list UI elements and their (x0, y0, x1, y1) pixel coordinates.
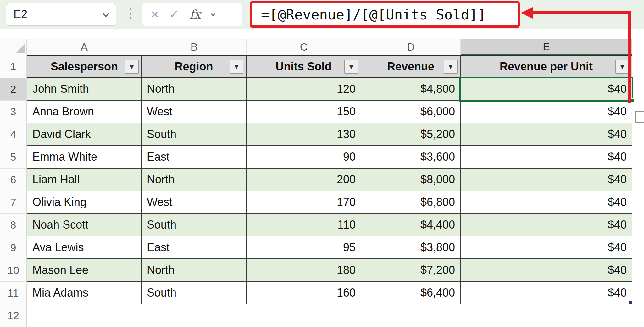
row-header-3[interactable]: 3 (0, 101, 27, 123)
cell[interactable]: Noah Scott (27, 214, 142, 236)
cell[interactable]: $6,000 (361, 101, 461, 123)
table-header-salesperson[interactable]: Salesperson ▾ (27, 55, 142, 78)
table-row: 7 Olivia King West 170 $6,800 $40 (0, 191, 644, 214)
row-header-6[interactable]: 6 (0, 169, 27, 191)
cell[interactable]: $6,800 (361, 191, 461, 214)
filter-button[interactable]: ▾ (125, 60, 139, 74)
cell[interactable]: Mason Lee (27, 259, 142, 282)
table-header-region[interactable]: Region ▾ (142, 55, 247, 78)
table-row: 2 John Smith North 120 $4,800 $40 (0, 78, 644, 101)
row-header-8[interactable]: 8 (0, 214, 27, 236)
row-header-4[interactable]: 4 (0, 123, 27, 146)
filter-button[interactable]: ▾ (444, 60, 458, 74)
fx-dropdown-chevron-icon[interactable] (211, 11, 216, 16)
chevron-down-icon[interactable] (103, 10, 110, 17)
row-header-10[interactable]: 10 (0, 259, 27, 282)
cell[interactable]: $40 (461, 282, 632, 304)
cell[interactable]: $40 (461, 236, 632, 259)
name-box[interactable]: E2 (6, 3, 116, 26)
row-header-5[interactable]: 5 (0, 146, 27, 169)
selected-cell-e2[interactable]: $40 (461, 78, 632, 101)
cell[interactable]: $40 (461, 214, 632, 236)
filter-button[interactable]: ▾ (615, 60, 629, 74)
cell[interactable]: $40 (461, 169, 632, 191)
filter-button[interactable]: ▾ (230, 60, 243, 74)
cell[interactable]: 130 (247, 123, 361, 146)
cell[interactable]: 170 (247, 191, 361, 214)
cell[interactable]: Anna Brown (27, 101, 142, 123)
empty-cells[interactable] (27, 304, 644, 327)
sheet-grid: A B C D E 1 Salesperson ▾ Region ▾ Units… (0, 39, 644, 327)
table-header-revenue-per-unit[interactable]: Revenue per Unit ▾ (461, 55, 632, 78)
row-header-9[interactable]: 9 (0, 236, 27, 259)
cell[interactable]: $3,800 (361, 236, 461, 259)
cell[interactable]: Olivia King (27, 191, 142, 214)
cell[interactable]: 200 (247, 169, 361, 191)
cell[interactable]: 160 (247, 282, 361, 304)
column-header-b[interactable]: B (142, 39, 247, 55)
column-header-e[interactable]: E (461, 39, 632, 55)
cell[interactable]: $4,800 (361, 78, 461, 101)
cell[interactable]: 90 (247, 146, 361, 169)
annotation-arrow-horizontal (532, 11, 631, 14)
cell[interactable]: Liam Hall (27, 169, 142, 191)
table-header-row: 1 Salesperson ▾ Region ▾ Units Sold ▾ Re… (0, 55, 644, 78)
table-row: 4 David Clark South 130 $5,200 $40 (0, 123, 644, 146)
autofill-options-button[interactable] (635, 111, 644, 123)
cell[interactable]: $8,000 (361, 169, 461, 191)
cell[interactable]: $40 (461, 146, 632, 169)
cell[interactable]: Ava Lewis (27, 236, 142, 259)
cell[interactable]: $4,400 (361, 214, 461, 236)
cell[interactable]: West (142, 191, 247, 214)
row-header-1[interactable]: 1 (0, 55, 27, 78)
cell[interactable]: Mia Adams (27, 282, 142, 304)
filter-button[interactable]: ▾ (344, 60, 358, 74)
cell[interactable]: John Smith (27, 78, 142, 101)
select-all-corner[interactable] (0, 39, 27, 55)
cell[interactable]: South (142, 282, 247, 304)
cancel-icon[interactable]: × (151, 8, 159, 21)
cell[interactable]: North (142, 259, 247, 282)
cell[interactable]: 150 (247, 101, 361, 123)
table-header-revenue[interactable]: Revenue ▾ (361, 55, 461, 78)
cell[interactable]: $40 (461, 101, 632, 123)
cell[interactable]: North (142, 169, 247, 191)
column-header-row: A B C D E (0, 39, 644, 55)
row-header-2[interactable]: 2 (0, 78, 27, 101)
cell[interactable]: David Clark (27, 123, 142, 146)
header-label: Salesperson (51, 60, 118, 73)
cell[interactable]: East (142, 146, 247, 169)
formula-buttons: × ✓ fx (142, 3, 242, 26)
insert-function-icon[interactable]: fx (190, 8, 201, 21)
column-header-a[interactable]: A (27, 39, 142, 55)
cell[interactable]: $7,200 (361, 259, 461, 282)
cell[interactable]: South (142, 123, 247, 146)
table-row: 9 Ava Lewis East 95 $3,800 $40 (0, 236, 644, 259)
table-header-units-sold[interactable]: Units Sold ▾ (247, 55, 361, 78)
cell[interactable]: 180 (247, 259, 361, 282)
formula-input[interactable]: =[@Revenue]/[@[Units Sold]] (261, 7, 486, 23)
cell[interactable]: South (142, 214, 247, 236)
cell[interactable]: North (142, 78, 247, 101)
cell[interactable]: 110 (247, 214, 361, 236)
cell[interactable]: $5,200 (361, 123, 461, 146)
table-resize-handle[interactable] (629, 301, 632, 304)
cell[interactable]: $40 (461, 191, 632, 214)
cell[interactable]: East (142, 236, 247, 259)
row-header-7[interactable]: 7 (0, 191, 27, 214)
cell[interactable]: $3,600 (361, 146, 461, 169)
cell[interactable]: West (142, 101, 247, 123)
cell[interactable]: $6,400 (361, 282, 461, 304)
row-header-12[interactable]: 12 (0, 304, 27, 327)
enter-icon[interactable]: ✓ (169, 9, 179, 20)
cell[interactable]: 120 (247, 78, 361, 101)
row-header-11[interactable]: 11 (0, 282, 27, 304)
cell[interactable]: Emma White (27, 146, 142, 169)
column-header-c[interactable]: C (247, 39, 361, 55)
column-header-d[interactable]: D (361, 39, 461, 55)
cell[interactable]: $40 (461, 259, 632, 282)
separator-dots-icon (130, 8, 131, 19)
cell[interactable]: $40 (461, 123, 632, 146)
table-row: 3 Anna Brown West 150 $6,000 $40 (0, 101, 644, 123)
cell[interactable]: 95 (247, 236, 361, 259)
